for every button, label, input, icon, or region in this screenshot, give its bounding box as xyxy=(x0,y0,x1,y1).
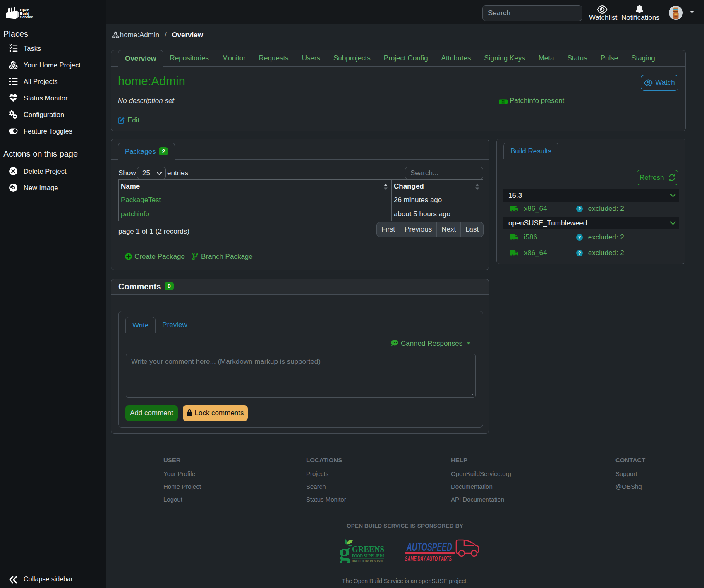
svg-text:?: ? xyxy=(578,206,581,211)
svg-text:?: ? xyxy=(578,235,581,240)
svg-text:AUTOSPEED: AUTOSPEED xyxy=(406,540,452,553)
svg-text:FOOD SUPPLIERS: FOOD SUPPLIERS xyxy=(352,553,384,559)
svg-text:DIRECT DELIVERY SERVICE: DIRECT DELIVERY SERVICE xyxy=(352,559,384,563)
svg-text:SAME DAY AUTO PARTS: SAME DAY AUTO PARTS xyxy=(405,555,452,562)
svg-text:?: ? xyxy=(578,251,581,256)
